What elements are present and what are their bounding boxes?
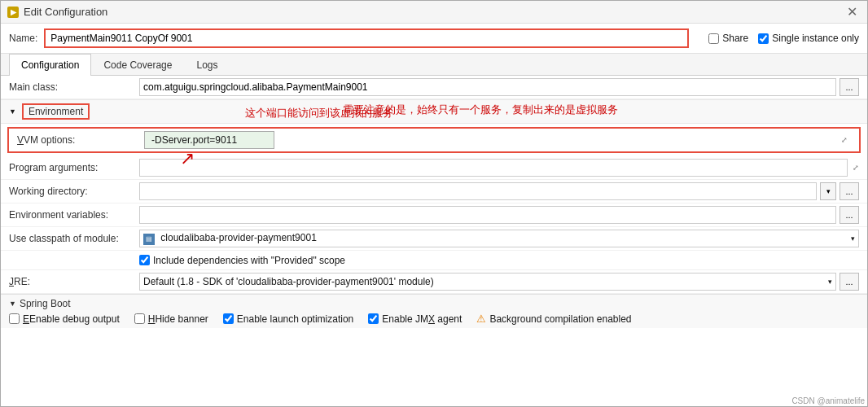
env-vars-browse-button[interactable]: ... xyxy=(840,206,859,224)
main-class-label: Main class: xyxy=(9,81,139,93)
tab-code-coverage[interactable]: Code Coverage xyxy=(91,54,184,76)
vm-options-label: VVM options: xyxy=(17,134,144,146)
env-annotation: 需要注意的是，始终只有一个服务，复制出来的是虚拟服务 xyxy=(343,103,618,117)
tab-configuration[interactable]: Configuration xyxy=(9,54,91,76)
window-title: Edit Configuration xyxy=(24,6,107,18)
include-deps-row: Include dependencies with "Provided" sco… xyxy=(1,251,867,270)
jre-select[interactable]: Default (1.8 - SDK of 'cloudalibaba-prov… xyxy=(139,273,836,291)
module-select[interactable]: ▤ cloudalibaba-provider-payment9001 ▾ xyxy=(139,230,859,247)
jre-row: JRE: Default (1.8 - SDK of 'cloudalibaba… xyxy=(1,270,867,294)
vm-expand-icon[interactable]: ⤢ xyxy=(841,136,848,144)
module-label: Use classpath of module: xyxy=(9,233,139,244)
working-dir-input-group: ▾ ... xyxy=(139,182,859,200)
vm-options-row: VVM options: -DServer.port=9011 ⤢ xyxy=(7,127,861,153)
single-instance-checkbox[interactable] xyxy=(758,33,769,44)
module-icon: ▤ xyxy=(143,234,155,245)
tabs-row: Configuration Code Coverage Logs xyxy=(1,54,867,76)
vm-options-wrapper: VVM options: -DServer.port=9011 ⤢ 这个端口能访… xyxy=(1,127,867,153)
env-collapse-icon[interactable]: ▼ xyxy=(9,107,16,116)
working-dir-input[interactable] xyxy=(139,182,817,200)
single-instance-label: Single instance only xyxy=(772,33,859,44)
name-input[interactable] xyxy=(44,28,689,48)
jre-label: JRE: xyxy=(9,276,139,287)
program-args-input[interactable] xyxy=(139,159,848,177)
vm-options-input-group: -DServer.port=9011 ⤢ xyxy=(144,131,851,149)
form-section: Main class: ... ▼ Environment 需要注意的是，始终只… xyxy=(1,76,867,294)
launch-opt-item: Enable launch optimization xyxy=(223,313,353,325)
hide-banner-label: HHide banner xyxy=(148,313,208,325)
name-row: Name: Share Single instance only xyxy=(1,24,867,54)
edit-configuration-window: ▶ Edit Configuration ✕ Name: Share Singl… xyxy=(0,0,868,407)
name-label: Name: xyxy=(9,33,37,44)
env-vars-input[interactable] xyxy=(139,206,836,224)
jmx-agent-checkbox[interactable] xyxy=(368,313,379,324)
jmx-agent-item: Enable JMX agent xyxy=(368,313,462,325)
bg-compile-item: ⚠ Background compilation enabled xyxy=(476,313,631,325)
program-args-label: Program arguments: xyxy=(9,162,139,173)
spring-boot-section: ▼ Spring Boot EEnable debug output HHide… xyxy=(1,294,867,328)
environment-section-header: ▼ Environment 需要注意的是，始终只有一个服务，复制出来的是虚拟服务 xyxy=(1,99,867,124)
app-icon: ▶ xyxy=(7,7,19,18)
spring-boot-label: Spring Boot xyxy=(20,298,71,309)
jre-input-group: Default (1.8 - SDK of 'cloudalibaba-prov… xyxy=(139,273,859,291)
env-vars-label: Environment variables: xyxy=(9,209,139,221)
spring-boot-header: ▼ Spring Boot xyxy=(9,298,859,309)
main-class-row: Main class: ... xyxy=(1,76,867,99)
share-checkbox[interactable] xyxy=(708,33,719,44)
program-args-expand-icon[interactable]: ⤢ xyxy=(853,164,859,172)
share-label: Share xyxy=(722,33,748,44)
hide-banner-item: HHide banner xyxy=(134,313,208,325)
env-vars-row: Environment variables: ... xyxy=(1,204,867,227)
hide-banner-checkbox[interactable] xyxy=(134,313,145,324)
jre-browse-button[interactable]: ... xyxy=(840,273,859,291)
single-instance-checkbox-item: Single instance only xyxy=(758,33,859,44)
main-class-input-group: ... xyxy=(139,78,859,96)
debug-output-checkbox[interactable] xyxy=(9,313,20,324)
env-vars-input-group: ... xyxy=(139,206,859,224)
watermark: CSDN @animatelife xyxy=(791,396,865,405)
module-row: Use classpath of module: ▤ cloudalibaba-… xyxy=(1,227,867,251)
working-dir-browse-button[interactable]: ... xyxy=(840,182,859,200)
include-deps-label: Include dependencies with "Provided" sco… xyxy=(153,255,345,266)
spring-boot-collapse-icon[interactable]: ▼ xyxy=(9,300,16,308)
title-bar-left: ▶ Edit Configuration xyxy=(7,6,107,18)
content-area: Main class: ... ▼ Environment 需要注意的是，始终只… xyxy=(1,76,867,406)
launch-opt-checkbox[interactable] xyxy=(223,313,234,324)
bg-compile-label: Background compilation enabled xyxy=(489,313,631,325)
share-checkbox-item: Share xyxy=(708,33,748,44)
working-dir-dropdown-button[interactable]: ▾ xyxy=(820,182,836,200)
launch-opt-label: Enable launch optimization xyxy=(237,313,353,325)
warning-icon: ⚠ xyxy=(476,313,486,325)
working-dir-row: Working directory: ▾ ... xyxy=(1,180,867,204)
title-bar: ▶ Edit Configuration ✕ xyxy=(1,1,867,24)
module-dropdown-icon: ▾ xyxy=(851,234,855,243)
include-deps-checkbox[interactable] xyxy=(139,255,150,265)
environment-label: Environment xyxy=(22,103,90,120)
spring-boot-options: EEnable debug output HHide banner Enable… xyxy=(9,313,859,325)
program-args-input-group: ⤢ xyxy=(139,159,859,177)
debug-output-label: EEnable debug output xyxy=(23,313,120,325)
tab-logs[interactable]: Logs xyxy=(184,54,230,76)
vm-options-value: -DServer.port=9011 xyxy=(144,131,274,149)
working-dir-label: Working directory: xyxy=(9,186,139,197)
main-class-browse-button[interactable]: ... xyxy=(840,78,859,96)
main-class-input[interactable] xyxy=(139,78,836,96)
debug-output-item: EEnable debug output xyxy=(9,313,120,325)
jmx-agent-label: Enable JMX agent xyxy=(382,313,462,325)
close-button[interactable]: ✕ xyxy=(844,4,861,20)
name-options: Share Single instance only xyxy=(708,33,859,44)
module-select-group: ▤ cloudalibaba-provider-payment9001 ▾ xyxy=(139,230,859,247)
jre-dropdown-icon: ▾ xyxy=(828,278,832,286)
program-args-row: Program arguments: ⤢ xyxy=(1,156,867,180)
